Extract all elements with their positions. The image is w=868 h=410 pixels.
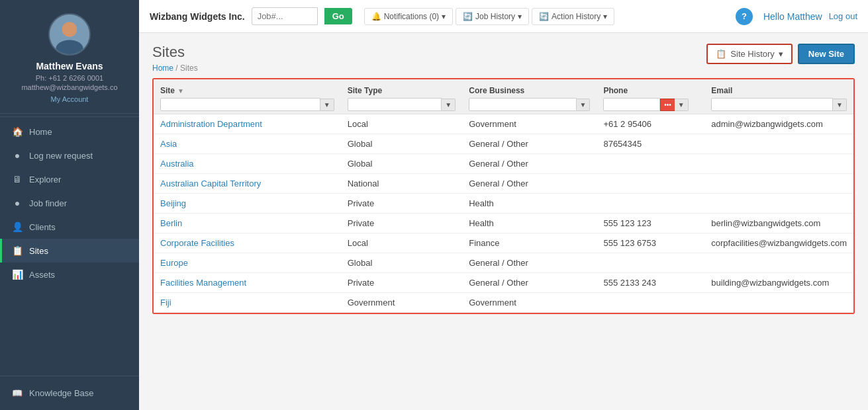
col-core-business: Core Business ▼ — [462, 79, 597, 114]
breadcrumb-home[interactable]: Home — [152, 63, 173, 73]
site-link[interactable]: Administration Department — [160, 119, 262, 129]
site-filter-button[interactable]: ▼ — [320, 99, 334, 111]
profile-phone: Ph: +61 2 6266 0001 — [36, 74, 103, 82]
email-filter-button[interactable]: ▼ — [833, 99, 847, 111]
page-title-section: Sites Home / Sites — [152, 44, 198, 73]
topbar: Wizbang Widgets Inc. Go 🔔 Notifications … — [139, 0, 868, 33]
profile-section: Matthew Evans Ph: +61 2 6266 0001 matthe… — [0, 0, 139, 114]
col-email-label: Email — [711, 86, 732, 95]
site-link[interactable]: Corporate Facilities — [160, 238, 234, 248]
cell-phone — [597, 293, 704, 313]
site-type-filter-input[interactable] — [348, 98, 442, 111]
phone-extra-button[interactable]: ••• — [660, 99, 675, 111]
bell-icon: 🔔 — [371, 12, 381, 21]
header-actions: 📋 Site History ▾ New Site — [706, 44, 855, 64]
action-history-label: Action History — [552, 12, 601, 21]
col-email: Email ▼ — [704, 79, 853, 114]
table-row: Australian Capital Territory National Ge… — [154, 174, 853, 194]
sidebar-item-assets[interactable]: 📊Assets — [0, 263, 139, 286]
site-link[interactable]: Berlin — [160, 218, 182, 228]
site-history-button[interactable]: 📋 Site History ▾ — [706, 44, 792, 64]
cell-site-type: Private — [341, 194, 463, 214]
sort-icon[interactable]: ▼ — [177, 87, 184, 95]
clients-label: Clients — [29, 222, 56, 232]
cell-phone — [597, 253, 704, 273]
col-site-label: Site — [160, 86, 175, 95]
cell-core-business: Government — [462, 114, 597, 134]
sites-table: Site ▼ ▼ Site Type — [154, 79, 853, 313]
job-input[interactable] — [252, 7, 318, 25]
knowledge-base-item[interactable]: 📖 Knowledge Base — [12, 384, 127, 402]
sidebar-item-log-new-request[interactable]: ●Log new request — [0, 144, 139, 167]
cell-email — [704, 174, 853, 194]
sites-icon: 📋 — [12, 245, 23, 256]
notifications-button[interactable]: 🔔 Notifications (0) ▾ — [364, 8, 453, 25]
svg-point-3 — [64, 23, 76, 36]
job-history-label: Job History — [475, 12, 515, 21]
cell-site: Beijing — [154, 194, 341, 214]
phone-filter-input[interactable] — [603, 98, 660, 111]
core-business-filter-button[interactable]: ▼ — [577, 99, 591, 111]
cell-site: Berlin — [154, 214, 341, 233]
action-history-button[interactable]: 🔄 Action History ▾ — [532, 8, 614, 25]
site-type-filter-button[interactable]: ▼ — [442, 99, 456, 111]
cell-site-type: Private — [341, 214, 463, 233]
site-link[interactable]: Beijing — [160, 198, 186, 208]
cell-phone: +61 2 95406 — [597, 114, 704, 134]
notifications-chevron: ▾ — [442, 12, 446, 21]
cell-phone: 87654345 — [597, 134, 704, 154]
table-row: Beijing Private Health — [154, 194, 853, 214]
sidebar-item-sites[interactable]: 📋Sites — [0, 239, 139, 263]
notifications-label: Notifications (0) — [384, 12, 439, 21]
cell-site: Australian Capital Territory — [154, 174, 341, 194]
site-history-chevron: ▾ — [779, 49, 783, 59]
cell-core-business: General / Other — [462, 273, 597, 293]
site-link[interactable]: Australian Capital Territory — [160, 179, 261, 188]
sidebar-item-clients[interactable]: 👤Clients — [0, 215, 139, 239]
job-history-button[interactable]: 🔄 Job History ▾ — [456, 8, 529, 25]
cell-site-type: Private — [341, 273, 463, 293]
cell-core-business: Health — [462, 214, 597, 233]
cell-phone — [597, 154, 704, 174]
cell-email: building@wizbangwidgets.com — [704, 273, 853, 293]
profile-email: matthew@wizbangwidgets.co — [21, 83, 117, 91]
core-business-filter-input[interactable] — [469, 98, 576, 111]
site-link[interactable]: Australia — [160, 159, 194, 169]
knowledge-base-label: Knowledge Base — [29, 388, 94, 398]
col-site: Site ▼ ▼ — [154, 79, 341, 114]
table-row: Berlin Private Health 555 123 123 berlin… — [154, 214, 853, 233]
go-button[interactable]: Go — [324, 8, 352, 24]
sidebar-item-home[interactable]: 🏠Home — [0, 120, 139, 144]
table-row: Administration Department Local Governme… — [154, 114, 853, 134]
cell-email: admin@wizbangwidgets.com — [704, 114, 853, 134]
sidebar-item-explorer[interactable]: 🖥Explorer — [0, 167, 139, 191]
cell-core-business: Government — [462, 293, 597, 313]
sidebar-nav: 🏠Home●Log new request🖥Explorer●Job finde… — [0, 120, 139, 376]
col-phone: Phone ••• ▼ — [597, 79, 704, 114]
site-link[interactable]: Fiji — [160, 298, 171, 308]
site-link[interactable]: Europe — [160, 258, 188, 268]
sidebar-bottom: 📖 Knowledge Base — [0, 376, 139, 410]
help-button[interactable]: ? — [736, 8, 753, 25]
cell-site-type: Local — [341, 233, 463, 253]
my-account-link[interactable]: My Account — [51, 95, 89, 103]
site-link[interactable]: Asia — [160, 139, 177, 149]
action-history-chevron: ▾ — [603, 12, 607, 21]
sidebar-item-job-finder[interactable]: ●Job finder — [0, 191, 139, 215]
email-filter-input[interactable] — [711, 98, 833, 111]
phone-filter-button[interactable]: ▼ — [675, 99, 689, 111]
site-link[interactable]: Facilities Management — [160, 278, 246, 288]
explorer-label: Explorer — [29, 175, 61, 184]
log-new-request-icon: ● — [12, 150, 23, 161]
site-filter-input[interactable] — [160, 98, 320, 111]
app-title: Wizbang Widgets Inc. — [150, 11, 245, 22]
cell-site-type: Local — [341, 114, 463, 134]
cell-phone — [597, 174, 704, 194]
home-label: Home — [29, 127, 52, 137]
new-site-button[interactable]: New Site — [798, 44, 855, 64]
logout-link[interactable]: Log out — [829, 11, 857, 21]
cell-email: berlin@wizbangwidgets.com — [704, 214, 853, 233]
cell-email — [704, 194, 853, 214]
cell-site: Fiji — [154, 293, 341, 313]
job-finder-label: Job finder — [29, 198, 67, 208]
